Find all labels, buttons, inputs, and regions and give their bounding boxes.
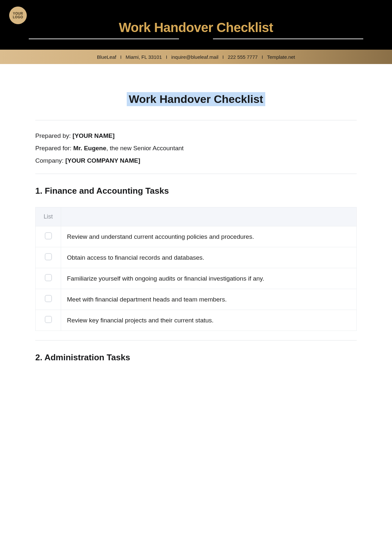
separator: I (165, 54, 169, 60)
company-value: [YOUR COMPANY NAME] (65, 157, 140, 164)
task-column-header (61, 207, 357, 226)
divider (35, 120, 357, 121)
info-banner: BlueLeaf I Miami, FL 33101 I inquire@blu… (0, 50, 392, 64)
divider (35, 340, 357, 341)
section-heading-finance: 1. Finance and Accounting Tasks (35, 186, 357, 196)
logo-placeholder: YOUR LOGO (9, 7, 27, 24)
checkbox[interactable] (45, 316, 52, 323)
meta-block: Prepared by: [YOUR NAME] Prepared for: M… (35, 132, 357, 164)
separator: I (119, 54, 123, 60)
divider (35, 173, 357, 174)
prepared-for-role: , the new Senior Accountant (106, 145, 184, 152)
prepared-by-label: Prepared by: (35, 132, 73, 139)
checkbox[interactable] (45, 274, 52, 281)
company-label: Company: (35, 157, 65, 164)
table-header-row: List (36, 207, 357, 226)
company-line: Company: [YOUR COMPANY NAME] (35, 157, 357, 164)
checkbox[interactable] (45, 253, 52, 260)
task-cell: Review and understand current accounting… (61, 226, 357, 247)
header-rule-left (29, 39, 179, 39)
prepared-for-label: Prepared for: (35, 145, 73, 152)
separator: I (221, 54, 225, 60)
banner-location: Miami, FL 33101 (125, 54, 162, 60)
banner-phone: 222 555 7777 (228, 54, 258, 60)
finance-tasks-table: List Review and understand current accou… (35, 207, 357, 331)
checkbox[interactable] (45, 295, 52, 302)
checkbox[interactable] (45, 232, 52, 239)
prepared-for-name: Mr. Eugene (73, 145, 106, 152)
header-rule-right (213, 39, 363, 39)
prepared-for-line: Prepared for: Mr. Eugene, the new Senior… (35, 145, 357, 152)
header-bar: YOUR LOGO Work Handover Checklist (0, 0, 392, 50)
doc-title: Work Handover Checklist (127, 92, 265, 106)
header-title: Work Handover Checklist (0, 0, 392, 35)
prepared-by-value: [YOUR NAME] (73, 132, 115, 139)
table-row: Obtain access to financial records and d… (36, 247, 357, 268)
prepared-by-line: Prepared by: [YOUR NAME] (35, 132, 357, 139)
table-row: Review key financial projects and their … (36, 310, 357, 331)
table-row: Meet with financial department heads and… (36, 289, 357, 310)
table-row: Review and understand current accounting… (36, 226, 357, 247)
doc-title-wrap: Work Handover Checklist (35, 92, 357, 106)
table-row: Familiarize yourself with ongoing audits… (36, 268, 357, 289)
section-heading-admin: 2. Administration Tasks (35, 352, 357, 363)
task-cell: Meet with financial department heads and… (61, 289, 357, 310)
banner-email: inquire@blueleaf.mail (171, 54, 218, 60)
list-column-header: List (36, 207, 61, 226)
banner-source: Template.net (267, 54, 295, 60)
document-body: Work Handover Checklist Prepared by: [YO… (0, 64, 392, 363)
task-cell: Review key financial projects and their … (61, 310, 357, 331)
separator: I (260, 54, 265, 60)
header-divider (0, 39, 392, 39)
task-cell: Obtain access to financial records and d… (61, 247, 357, 268)
banner-company: BlueLeaf (97, 54, 116, 60)
task-cell: Familiarize yourself with ongoing audits… (61, 268, 357, 289)
